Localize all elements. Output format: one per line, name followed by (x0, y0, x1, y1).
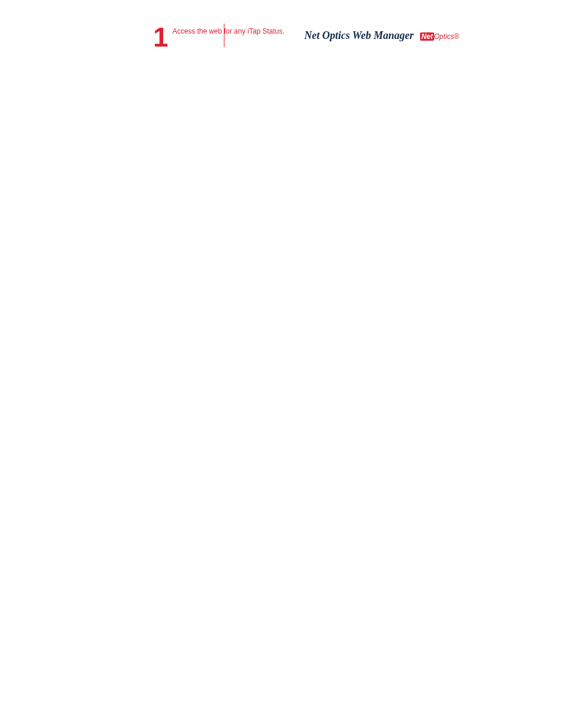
wm-title: Net Optics Web Manager (304, 29, 414, 42)
web-manager-header: Net Optics Web Manager NetOptics® (230, 29, 534, 42)
callout-1-number: 1 (153, 24, 168, 47)
netoptics-logo: NetOptics® (420, 32, 459, 41)
